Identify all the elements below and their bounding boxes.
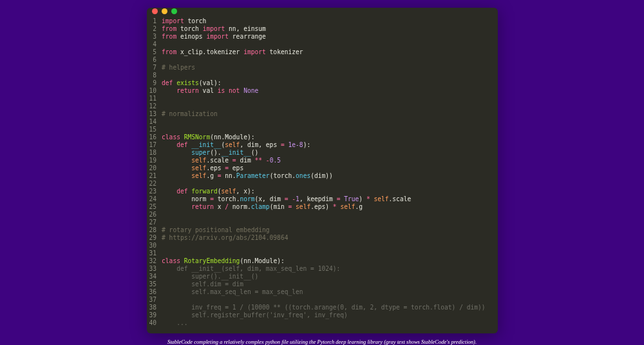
line-number: 7: [149, 64, 157, 72]
line-number: 17: [149, 141, 157, 149]
line-number: 40: [149, 319, 157, 327]
code-line: return val is not None: [162, 87, 491, 95]
line-number: 20: [149, 164, 157, 172]
figure-caption: StableCode completing a relatively compl…: [167, 339, 477, 345]
line-number: 11: [149, 95, 157, 103]
code-line: [162, 41, 491, 48]
code-line: self.eps = eps: [162, 164, 491, 172]
line-number: 24: [149, 195, 157, 203]
code-line: # rotary positional embedding: [162, 226, 491, 234]
code-line: from x_clip.tokenizer import tokenizer: [162, 48, 491, 56]
line-number: 29: [149, 234, 157, 242]
code-line: [162, 180, 491, 188]
code-line: super().__init__(): [162, 273, 491, 281]
code-line: super().__init__(): [162, 149, 491, 157]
code-line: from torch import nn, einsum: [162, 25, 491, 33]
line-number: 36: [149, 288, 157, 296]
code-line: [162, 56, 491, 64]
line-number: 3: [149, 33, 157, 41]
code-line: self.scale = dim ** -0.5: [162, 157, 491, 164]
code-line: self.register_buffer('inv_freq', inv_fre…: [162, 311, 491, 319]
line-number: 31: [149, 250, 157, 257]
line-number: 27: [149, 219, 157, 226]
close-icon[interactable]: [152, 8, 158, 14]
code-line: def forward(self, x):: [162, 188, 491, 195]
line-number: 22: [149, 180, 157, 188]
code-line: # https://arxiv.org/abs/2104.09864: [162, 234, 491, 242]
code-line: return x / norm.clamp(min = self.eps) * …: [162, 203, 491, 211]
code-line: [162, 211, 491, 219]
code-line: norm = torch.norm(x, dim = -1, keepdim =…: [162, 195, 491, 203]
line-number: 32: [149, 257, 157, 265]
code-line: [162, 219, 491, 226]
line-number: 10: [149, 87, 157, 95]
code-line: [162, 242, 491, 250]
code-line: from einops import rearrange: [162, 33, 491, 41]
line-number: 35: [149, 281, 157, 288]
code-line: self.max_seq_len = max_seq_len: [162, 288, 491, 296]
line-number: 15: [149, 126, 157, 133]
line-number: 39: [149, 311, 157, 319]
line-number: 5: [149, 48, 157, 56]
maximize-icon[interactable]: [171, 8, 177, 14]
code-line: [162, 118, 491, 126]
line-number: 9: [149, 79, 157, 87]
code-line: # helpers: [162, 64, 491, 72]
line-number: 18: [149, 149, 157, 157]
line-number: 23: [149, 188, 157, 195]
code-line: [162, 95, 491, 103]
line-number: 34: [149, 273, 157, 281]
line-number: 33: [149, 265, 157, 273]
code-line: self.dim = dim: [162, 281, 491, 288]
code-lines: import torchfrom torch import nn, einsum…: [162, 17, 491, 327]
code-line: [162, 126, 491, 133]
code-line: inv_freq = 1 / (10000 ** ((torch.arange(…: [162, 304, 491, 311]
code-line: [162, 296, 491, 304]
code-line: # normalization: [162, 110, 491, 118]
code-line: def exists(val):: [162, 79, 491, 87]
line-number: 26: [149, 211, 157, 219]
line-number: 28: [149, 226, 157, 234]
line-number: 30: [149, 242, 157, 250]
line-number: 25: [149, 203, 157, 211]
code-line: [162, 72, 491, 79]
line-number: 19: [149, 157, 157, 164]
line-number: 1: [149, 17, 157, 25]
line-number: 14: [149, 118, 157, 126]
code-area: 1234567891011121314151617181920212223242…: [147, 15, 498, 333]
line-number: 2: [149, 25, 157, 33]
code-line: self.g = nn.Parameter(torch.ones(dim)): [162, 172, 491, 180]
code-line: class RotaryEmbedding(nn.Module):: [162, 257, 491, 265]
line-number: 37: [149, 296, 157, 304]
code-line: [162, 103, 491, 110]
line-number: 6: [149, 56, 157, 64]
line-number: 13: [149, 110, 157, 118]
code-line: def __init__(self, dim, max_seq_len = 10…: [162, 265, 491, 273]
line-number: 12: [149, 103, 157, 110]
code-line: [162, 250, 491, 257]
code-editor-window: 1234567891011121314151617181920212223242…: [147, 8, 498, 333]
line-number: 16: [149, 133, 157, 141]
code-line: class RMSNorm(nn.Module):: [162, 133, 491, 141]
code-line: ...: [162, 319, 491, 327]
line-number: 38: [149, 304, 157, 311]
line-number: 4: [149, 41, 157, 48]
minimize-icon[interactable]: [162, 8, 167, 14]
line-number: 21: [149, 172, 157, 180]
page-stage: 1234567891011121314151617181920212223242…: [0, 0, 644, 345]
window-titlebar: [147, 8, 498, 15]
code-line: import torch: [162, 17, 491, 25]
line-number-gutter: 1234567891011121314151617181920212223242…: [149, 17, 162, 327]
code-line: def __init__(self, dim, eps = 1e-8):: [162, 141, 491, 149]
line-number: 8: [149, 72, 157, 79]
